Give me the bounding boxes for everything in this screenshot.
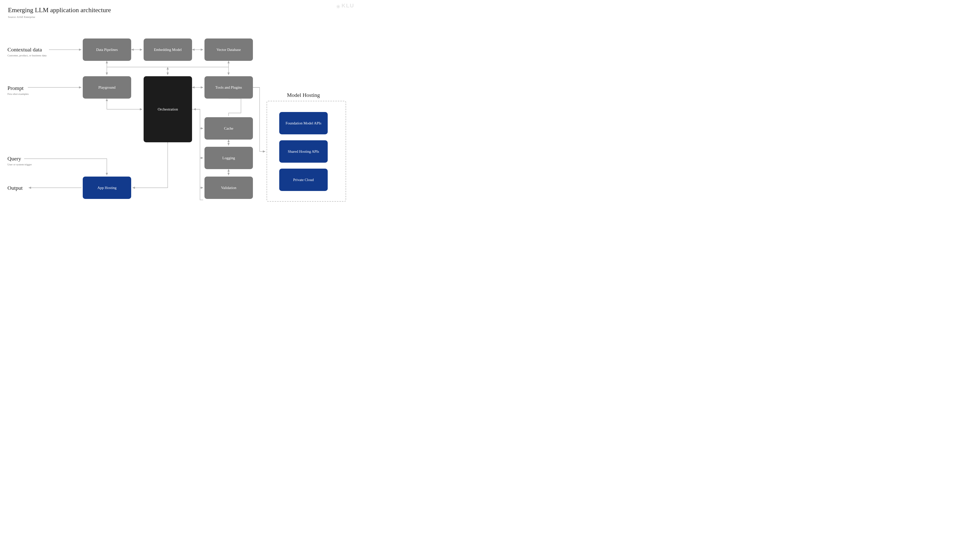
node-app-hosting: App Hosting [83, 177, 131, 199]
label-contextual-title: Contextual data [8, 47, 47, 53]
page-title: Emerging LLM application architecture [8, 6, 111, 14]
node-foundation-api-label: Foundation Model APIs [285, 121, 321, 125]
node-app-hosting-label: App Hosting [97, 186, 117, 190]
node-data-pipelines-label: Data Pipelines [96, 48, 118, 52]
label-prompt-sub: Few-shot examples [8, 92, 28, 95]
label-query-title: Query [8, 156, 32, 162]
node-private-cloud-label: Private Cloud [293, 178, 314, 182]
node-shared-hosting: Shared Hosting APIs [279, 140, 328, 163]
node-embedding-model: Embedding Model [143, 39, 192, 61]
brand-logo: KLU [336, 3, 354, 9]
label-query: Query User or system trigger [8, 156, 32, 166]
label-query-sub: User or system trigger [8, 163, 32, 166]
label-prompt-title: Prompt [8, 85, 28, 92]
node-vector-database: Vector Database [204, 39, 253, 61]
brand-text: KLU [341, 3, 354, 9]
node-tools-plugins-label: Tools and Plugins [215, 86, 242, 90]
source-text: Source: A16Z Enterprise [8, 16, 35, 19]
node-vector-database-label: Vector Database [217, 48, 241, 52]
node-playground-label: Playground [98, 86, 115, 90]
node-validation: Validation [204, 177, 253, 199]
group-model-hosting-title: Model Hosting [287, 92, 320, 98]
node-orchestration-label: Orchestration [158, 107, 178, 112]
node-tools-plugins: Tools and Plugins [204, 76, 253, 99]
label-contextual-sub: Customer, product, or business data [8, 54, 47, 57]
node-orchestration: Orchestration [143, 76, 192, 142]
node-playground: Playground [83, 76, 131, 99]
node-shared-hosting-label: Shared Hosting APIs [288, 149, 319, 154]
label-output: Output [8, 185, 23, 191]
node-cache: Cache [204, 117, 253, 140]
label-prompt: Prompt Few-shot examples [8, 85, 28, 95]
label-output-title: Output [8, 185, 23, 191]
brand-burst-icon [336, 3, 341, 8]
node-logging: Logging [204, 147, 253, 169]
label-contextual-data: Contextual data Customer, product, or bu… [8, 47, 47, 57]
node-cache-label: Cache [224, 126, 233, 131]
node-data-pipelines: Data Pipelines [83, 39, 131, 61]
node-foundation-api: Foundation Model APIs [279, 112, 328, 134]
node-private-cloud: Private Cloud [279, 169, 328, 191]
node-validation-label: Validation [221, 186, 237, 190]
node-logging-label: Logging [222, 156, 235, 160]
node-embedding-model-label: Embedding Model [154, 48, 182, 52]
